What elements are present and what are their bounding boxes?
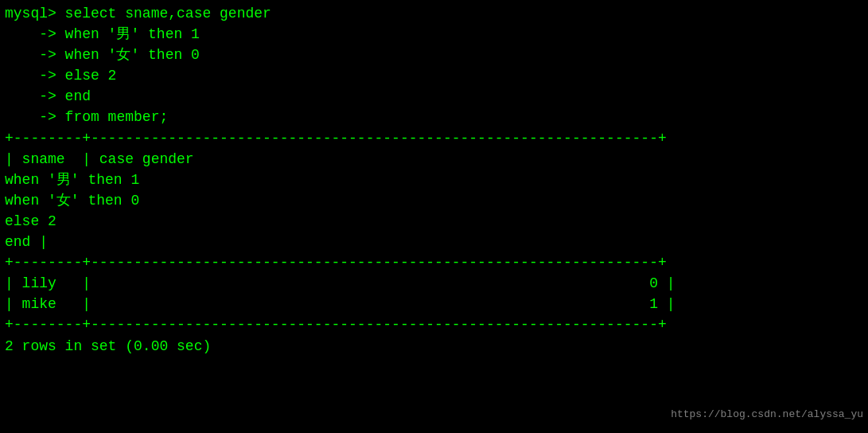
sql-line-2: -> when '男' then 1: [5, 24, 863, 45]
table-data-row-1: | lily | 0 |: [5, 273, 863, 294]
sql-line-3: -> when '女' then 0: [5, 45, 863, 65]
sql-line-1: mysql> select sname,case gender: [5, 3, 863, 24]
table-border-mid: +--------+------------------------------…: [5, 252, 863, 273]
table-header-row: | sname | case gender: [5, 149, 863, 170]
footer-text: 2 rows in set (0.00 sec): [5, 336, 863, 357]
table-border-bot: +--------+------------------------------…: [5, 314, 863, 335]
sql-line-5: -> end: [5, 86, 863, 107]
watermark: https://blog.csdn.net/alyssa_yu: [671, 408, 863, 420]
table-header-cont-3: else 2: [5, 211, 863, 232]
table-data-row-2: | mike | 1 |: [5, 294, 863, 314]
sql-line-4: -> else 2: [5, 65, 863, 86]
table-header-cont-2: when '女' then 0: [5, 190, 863, 211]
table-border-top: +--------+------------------------------…: [5, 128, 863, 149]
terminal-window: mysql> select sname,case gender -> when …: [0, 0, 868, 433]
sql-line-6: -> from member;: [5, 107, 863, 127]
table-header-cont-1: when '男' then 1: [5, 170, 863, 190]
table-header-cont-4: end |: [5, 232, 863, 252]
